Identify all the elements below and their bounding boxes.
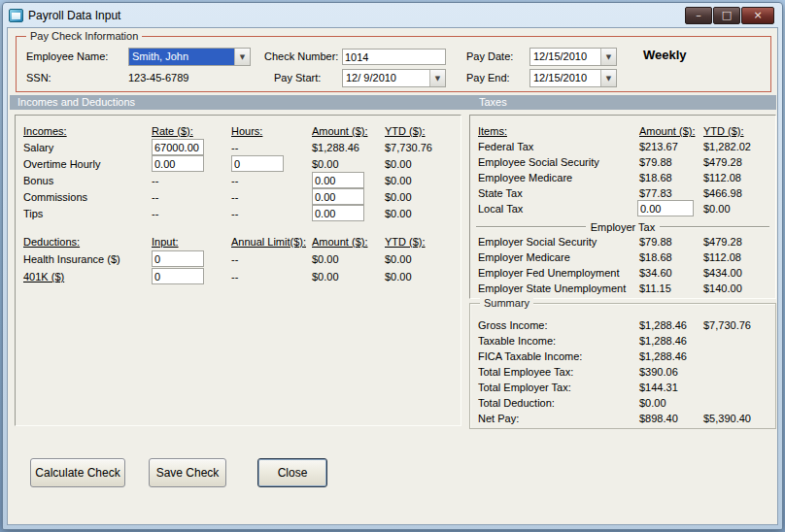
rate-col-header: Rate ($): <box>152 123 193 140</box>
total-deduction-row: Total Deduction: $0.00 <box>470 395 775 412</box>
401k-link-label[interactable]: 401K ($) <box>23 269 64 285</box>
row-label: Salary <box>23 140 53 156</box>
pay-date-label: Pay Date: <box>466 48 513 66</box>
row-label: Commissions <box>23 189 87 206</box>
row-label: Taxable Income: <box>478 333 556 349</box>
pay-date-value: 12/15/2010 <box>530 49 600 65</box>
row-label: Employee Social Security <box>478 154 599 171</box>
employer-medicare-row: Employer Medicare $18.68 $112.08 <box>470 249 775 266</box>
row-label: Tips <box>23 206 43 222</box>
hours-value: -- <box>231 206 238 222</box>
ytd-value: $140.00 <box>703 281 742 297</box>
row-label: Overtime Hourly <box>23 156 100 173</box>
check-number-input[interactable] <box>342 49 446 65</box>
minimize-button[interactable]: – <box>685 7 712 24</box>
salary-row: Salary -- $1,288.46 $7,730.76 <box>16 140 461 156</box>
pay-end-label: Pay End: <box>466 69 510 87</box>
amount-value: $79.88 <box>639 154 672 171</box>
divider-line <box>476 226 586 228</box>
commissions-amount-input[interactable] <box>312 188 364 205</box>
hours-value: -- <box>231 173 238 189</box>
overtime-rate-input[interactable] <box>152 155 204 172</box>
row-label: Total Employee Tax: <box>478 364 573 381</box>
chevron-down-icon: ▼ <box>606 75 611 83</box>
ssn-label: SSN: <box>26 69 51 87</box>
ytd-value: $0.00 <box>703 201 731 217</box>
ytd-value: $0.00 <box>385 189 412 206</box>
bonus-row: Bonus -- -- $0.00 <box>16 173 461 189</box>
amount-value: $0.00 <box>639 395 666 412</box>
pay-start-picker[interactable]: 12/ 9/2010 ▼ <box>342 69 446 87</box>
taxes-header-row: Items: Amount ($): YTD ($): <box>470 123 775 140</box>
health-insurance-input[interactable] <box>152 250 204 267</box>
ytd-value: $479.28 <box>703 154 742 171</box>
incomes-col-header: Incomes: <box>23 123 67 140</box>
close-check-button[interactable]: Close <box>257 458 327 487</box>
row-label: Net Pay: <box>478 411 519 427</box>
pay-end-dropdown-button[interactable]: ▼ <box>600 70 616 86</box>
close-button[interactable]: × <box>741 7 774 24</box>
hours-col-header: Hours: <box>231 123 262 140</box>
pay-end-picker[interactable]: 12/15/2010 ▼ <box>529 69 617 87</box>
ytd-value: $0.00 <box>385 156 412 173</box>
maximize-button[interactable]: □ <box>713 7 740 24</box>
ytd-value: $5,390.40 <box>703 411 751 427</box>
tips-amount-input[interactable] <box>312 205 364 221</box>
ytd-value: $7,730.76 <box>703 317 751 334</box>
row-label: FICA Taxable Income: <box>478 349 582 365</box>
amount-value: $0.00 <box>312 251 339 268</box>
items-col-header: Items: <box>478 123 507 140</box>
401k-input[interactable] <box>152 268 204 284</box>
amount-value: $11.15 <box>639 281 671 297</box>
taxes-header: Taxes <box>479 95 507 110</box>
amount-value: $1,288.46 <box>639 317 687 334</box>
amount-value: $0.00 <box>312 156 339 173</box>
rate-value: -- <box>152 189 158 206</box>
row-label: Employer Fed Unemployment <box>478 265 620 282</box>
amount-value: $79.88 <box>639 234 672 250</box>
salary-rate-input[interactable] <box>152 139 204 155</box>
calculate-check-button[interactable]: Calculate Check <box>30 458 125 487</box>
local-tax-input[interactable] <box>637 200 694 216</box>
row-label: Employer State Unemployment <box>478 281 626 297</box>
state-tax-row: State Tax $77.83 $466.98 <box>470 185 775 202</box>
bonus-amount-input[interactable] <box>312 172 364 188</box>
employer-tax-divider: Employer Tax <box>476 219 769 234</box>
incomes-deductions-header: Incomes and Deductions <box>17 95 135 110</box>
save-check-button[interactable]: Save Check <box>149 458 226 487</box>
row-label: Employer Medicare <box>478 249 570 266</box>
total-employee-tax-row: Total Employee Tax: $390.06 <box>470 364 775 381</box>
taxable-income-row: Taxable Income: $1,288.46 <box>470 333 775 349</box>
row-label: Gross Income: <box>478 317 548 334</box>
pay-date-picker[interactable]: 12/15/2010 ▼ <box>529 48 617 66</box>
amount-value: $1,288.46 <box>639 333 687 349</box>
amount-value: $0.00 <box>312 269 339 285</box>
amount-value: $144.31 <box>639 380 678 396</box>
pay-start-value: 12/ 9/2010 <box>343 70 429 86</box>
total-employer-tax-row: Total Employer Tax: $144.31 <box>470 380 775 396</box>
chevron-down-icon: ▼ <box>606 53 611 61</box>
overtime-hours-input[interactable] <box>231 155 284 172</box>
employer-tax-divider-label: Employer Tax <box>591 221 655 233</box>
summary-group-title: Summary <box>480 297 533 309</box>
pay-end-value: 12/15/2010 <box>530 70 600 86</box>
hours-value: -- <box>231 140 238 156</box>
pay-start-dropdown-button[interactable]: ▼ <box>429 70 445 86</box>
divider-line <box>660 226 769 228</box>
deductions-header-row: Deductions: Input: Annual Limit($): Amou… <box>16 234 461 250</box>
row-label: Local Tax <box>478 201 523 217</box>
pay-date-dropdown-button[interactable]: ▼ <box>600 49 616 65</box>
amount-value: $898.40 <box>639 411 678 427</box>
net-pay-row: Net Pay: $898.40 $5,390.40 <box>470 411 775 427</box>
employee-name-combobox[interactable]: Smith, John ▼ <box>128 48 251 66</box>
pay-start-label: Pay Start: <box>274 69 321 87</box>
employee-name-dropdown-button[interactable]: ▼ <box>234 49 250 65</box>
employee-medicare-row: Employee Medicare $18.68 $112.08 <box>470 170 775 186</box>
ytd-value: $0.00 <box>385 269 412 285</box>
hours-value: -- <box>231 189 238 206</box>
ytd-value: $434.00 <box>703 265 742 282</box>
section-header-band: Incomes and Deductions Taxes <box>10 95 776 110</box>
federal-tax-row: Federal Tax $213.67 $1,282.02 <box>470 139 775 155</box>
amount-value: $18.68 <box>639 170 672 186</box>
rate-value: -- <box>152 206 158 222</box>
